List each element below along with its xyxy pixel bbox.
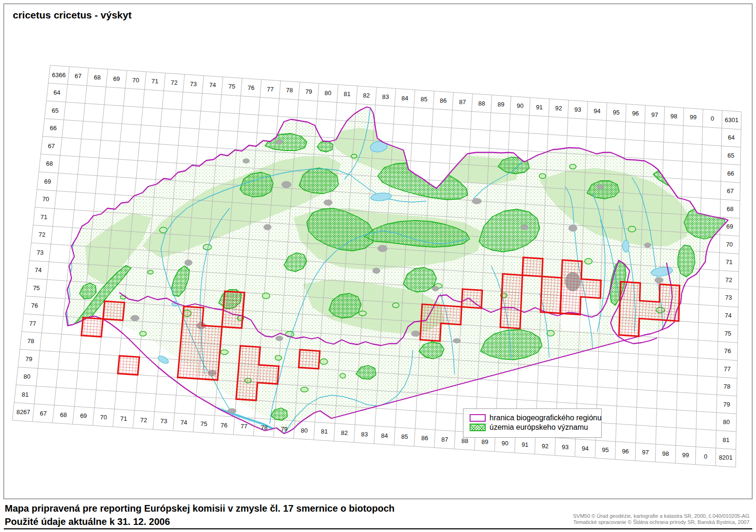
city-area: [373, 268, 380, 274]
legend-label-sci: územia európskeho významu: [489, 423, 588, 432]
grid-label: 72: [38, 231, 45, 238]
grid-label: 79: [281, 426, 287, 433]
grid-label: 75: [201, 420, 207, 427]
grid-label: 95: [613, 109, 620, 116]
city-area: [378, 245, 387, 252]
grid-label: 70: [42, 195, 49, 203]
green-patch: [103, 359, 110, 364]
grid-label: 78: [723, 383, 730, 390]
green-patch: [301, 387, 308, 392]
city-area: [569, 225, 577, 231]
city-area: [655, 277, 663, 283]
grid-label: 74: [35, 266, 42, 274]
grid-label: 68: [60, 411, 67, 418]
grid-label: 69: [44, 178, 51, 185]
occurrence-cluster-c: [118, 356, 140, 375]
grid-label: 78: [286, 87, 293, 94]
green-patch: [569, 164, 576, 169]
grid-label: 76: [724, 347, 731, 355]
grid-label: 86: [421, 434, 428, 442]
occurrence-cluster-a: [103, 301, 125, 320]
city-area: [276, 336, 283, 341]
grid-label: 69: [726, 223, 733, 230]
grid-label: 90: [517, 102, 524, 109]
map-legend: hranica biogeografického regiónu územia …: [463, 408, 602, 438]
grid-label: 80: [24, 373, 30, 380]
grid-label: 67: [40, 410, 46, 417]
occurrence-cluster-b: [81, 318, 103, 337]
grid-label: 84: [381, 432, 388, 439]
grid-label: 8201: [719, 454, 733, 461]
legend-item-sci: územia európskeho významu: [470, 423, 601, 432]
map-footer: Mapa pripravená pre reporting Európskej …: [5, 502, 395, 528]
green-patch: [340, 373, 346, 378]
green-patch: [148, 270, 153, 274]
grid-label: 73: [37, 249, 44, 256]
grid-label: 8267: [17, 408, 30, 416]
green-patch: [320, 359, 328, 364]
grid-label: 82: [363, 92, 370, 99]
sci-hatch-swatch-icon: [470, 424, 486, 431]
green-patch: [547, 330, 554, 336]
green-patch: [221, 350, 228, 355]
grid-label: 92: [555, 105, 562, 112]
grid-label: 67: [48, 142, 54, 150]
grid-label: 96: [622, 448, 629, 455]
grid-label: 96: [632, 110, 639, 117]
grid-label: 71: [120, 415, 127, 422]
grid-label: 99: [682, 452, 689, 459]
grid-label: 89: [498, 101, 504, 108]
grid-label: 80: [301, 427, 308, 434]
city-area: [472, 198, 481, 204]
grid-label: 73: [725, 294, 732, 301]
city-area: [264, 224, 271, 230]
grid-label: 66: [50, 124, 56, 132]
grid-label: 98: [662, 450, 669, 457]
occurrence-cluster-g: [299, 350, 320, 369]
grid-label: 66: [727, 170, 734, 177]
grid-label: 85: [401, 433, 408, 440]
green-patch: [359, 311, 366, 316]
grid-label: 91: [522, 441, 528, 448]
grid-label: 68: [94, 74, 100, 81]
grid-label: 90: [501, 440, 508, 447]
occurrence-cluster-k: [523, 257, 543, 276]
city-area: [185, 260, 192, 266]
boundary-swatch-icon: [470, 414, 486, 422]
green-patch: [351, 154, 357, 158]
sci-area: [265, 133, 307, 151]
grid-label: 79: [723, 401, 730, 408]
grid-label: 75: [724, 330, 731, 337]
grid-label: 81: [321, 428, 328, 435]
grid-label: 87: [459, 98, 466, 106]
green-patch: [275, 355, 282, 360]
footer-line-2: Použité údaje aktuálne k 31. 12. 2006: [5, 515, 395, 528]
city-area: [411, 331, 420, 337]
footer-line-1: Mapa pripravená pre reporting Európskej …: [5, 502, 395, 515]
city-area: [324, 200, 332, 205]
grid-label: 88: [462, 437, 468, 444]
occurrence-cluster-i: [462, 289, 482, 308]
grid-label: 97: [651, 111, 658, 118]
grid-label: 89: [481, 438, 488, 445]
grid-label: 6301: [725, 116, 738, 124]
grid-label: 73: [160, 417, 167, 425]
grid-label: 77: [724, 365, 730, 372]
city-area: [276, 140, 283, 144]
green-patch: [262, 293, 270, 299]
slovakia-grid-map: 6366676869707172737475767778798081828384…: [0, 0, 756, 532]
green-patch: [140, 331, 146, 336]
grid-label: 76: [221, 422, 227, 429]
grid-label: 65: [728, 152, 734, 159]
city-area: [432, 286, 439, 291]
grid-label: 80: [325, 89, 331, 97]
grid-label: 64: [53, 89, 60, 96]
grid-label: 88: [478, 100, 485, 107]
grid-label: 79: [26, 355, 32, 363]
legend-label-boundary: hranica biogeografického regiónu: [489, 414, 602, 422]
city-area: [453, 338, 461, 343]
grid-label: 73: [190, 80, 196, 88]
grid-label: 84: [401, 95, 408, 102]
grid-label: 83: [382, 93, 389, 100]
grid-label: 71: [151, 78, 158, 85]
